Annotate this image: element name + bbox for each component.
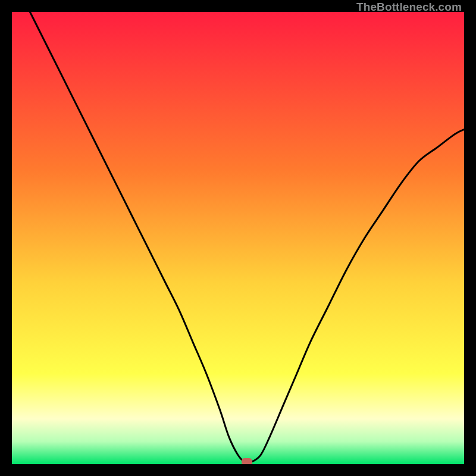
svg-rect-0 [12, 12, 464, 464]
outer-frame: TheBottleneck.com [0, 0, 476, 476]
background-gradient [12, 12, 464, 464]
plot-area [12, 12, 464, 464]
